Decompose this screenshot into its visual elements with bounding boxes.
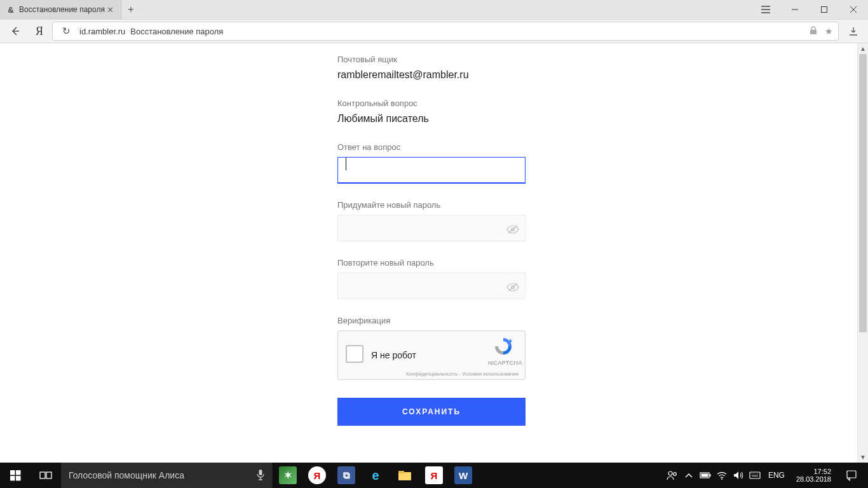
nav-back-button[interactable]	[4, 22, 27, 40]
mailbox-value: rambleremailtest@rambler.ru	[337, 69, 526, 81]
tray-notifications-icon[interactable]	[839, 470, 864, 481]
repeat-password-input[interactable]	[337, 273, 526, 299]
new-password-input[interactable]	[337, 215, 526, 241]
recaptcha-widget: Я не робот reCAPTCHA Конфиденциальность …	[337, 330, 526, 380]
password-recovery-form: Почтовый ящик rambleremailtest@rambler.r…	[337, 43, 526, 426]
search-placeholder: Голосовой помощник Алиса	[69, 470, 184, 480]
svg-rect-9	[40, 472, 45, 478]
security-question-value: Любимый писатель	[337, 113, 526, 125]
tray-clock[interactable]: 17:52 28.03.2018	[791, 468, 836, 483]
svg-point-15	[674, 473, 677, 476]
browser-menu-button[interactable]	[751, 0, 780, 19]
tab-favicon-icon: &	[6, 5, 15, 14]
svg-rect-18	[701, 474, 708, 477]
tab-title: Восстановление пароля	[19, 5, 105, 14]
bookmark-icon[interactable]: ★	[825, 26, 833, 36]
svg-rect-6	[16, 470, 21, 475]
new-password-label: Придумайте новый пароль	[337, 200, 526, 210]
svg-rect-20	[750, 472, 760, 478]
recaptcha-logo-icon: reCAPTCHA	[488, 336, 519, 366]
tray-keyboard-icon[interactable]	[748, 471, 762, 479]
svg-point-14	[668, 471, 672, 475]
vertical-scrollbar[interactable]: ▲ ▼	[857, 43, 868, 463]
recaptcha-text: Я не робот	[371, 350, 416, 360]
svg-rect-0	[822, 7, 827, 13]
svg-rect-7	[10, 476, 15, 481]
scroll-up-icon[interactable]: ▲	[858, 43, 868, 54]
downloads-button[interactable]	[843, 26, 864, 36]
svg-rect-11	[259, 470, 262, 475]
security-question-label: Контрольный вопрос	[337, 98, 526, 108]
taskbar-apps: ✶ Я ⧉ e Я W	[273, 463, 478, 488]
start-button[interactable]	[0, 463, 31, 488]
taskbar-app-yandex[interactable]: Я	[302, 466, 332, 484]
svg-rect-1	[810, 30, 817, 34]
scroll-down-icon[interactable]: ▼	[858, 452, 868, 463]
scroll-thumb[interactable]	[859, 54, 867, 332]
tray-volume-icon[interactable]	[731, 471, 745, 480]
window-maximize-button[interactable]	[810, 0, 839, 19]
address-domain: id.rambler.ru	[79, 27, 125, 36]
toggle-repeat-password-visibility-icon[interactable]	[506, 280, 519, 295]
tray-date: 28.03.2018	[796, 475, 831, 483]
address-input[interactable]: ↻ id.rambler.ru Восстановление пароля ★	[52, 22, 839, 41]
system-tray: ENG 17:52 28.03.2018	[665, 463, 868, 488]
yandex-home-button[interactable]: Я	[31, 25, 48, 38]
address-page-title: Восстановление пароля	[130, 27, 223, 36]
svg-rect-8	[16, 476, 21, 481]
save-button[interactable]: СОХРАНИТЬ	[337, 398, 526, 426]
answer-input[interactable]	[337, 157, 526, 184]
svg-rect-10	[46, 472, 51, 478]
mailbox-label: Почтовый ящик	[337, 55, 526, 64]
window-minimize-button[interactable]	[780, 0, 810, 19]
taskbar-app-1[interactable]: ✶	[273, 466, 302, 484]
windows-taskbar: Голосовой помощник Алиса ✶ Я ⧉ e Я W	[0, 463, 868, 488]
tab-close-icon[interactable]: ✕	[105, 5, 116, 15]
tray-battery-icon[interactable]	[698, 471, 712, 479]
microphone-icon[interactable]	[256, 469, 265, 482]
svg-point-19	[721, 478, 722, 480]
task-view-button[interactable]	[31, 463, 61, 488]
browser-titlebar: & Восстановление пароля ✕ +	[0, 0, 868, 19]
recaptcha-checkbox[interactable]	[346, 345, 363, 363]
tray-time: 17:52	[796, 468, 831, 475]
toggle-password-visibility-icon[interactable]	[506, 222, 519, 237]
verification-label: Верификация	[337, 316, 526, 325]
taskbar-app-word[interactable]: W	[449, 466, 478, 484]
tray-wifi-icon[interactable]	[715, 471, 729, 480]
recaptcha-brand: reCAPTCHA	[488, 360, 519, 366]
new-tab-button[interactable]: +	[121, 0, 140, 19]
answer-label: Ответ на вопрос	[337, 142, 526, 152]
taskbar-search[interactable]: Голосовой помощник Алиса	[61, 463, 273, 488]
tray-language[interactable]: ENG	[764, 471, 789, 480]
window-close-button[interactable]	[839, 0, 868, 19]
svg-rect-17	[709, 474, 710, 477]
recaptcha-fineprint: Конфиденциальность - Условия использован…	[406, 371, 519, 377]
browser-tab[interactable]: & Восстановление пароля ✕	[0, 0, 121, 19]
browser-address-bar: Я ↻ id.rambler.ru Восстановление пароля …	[0, 19, 868, 43]
tray-people-icon[interactable]	[665, 470, 679, 480]
svg-rect-13	[398, 471, 404, 473]
svg-rect-5	[10, 470, 15, 475]
tray-chevron-up-icon[interactable]	[682, 473, 696, 478]
site-security-icon[interactable]	[810, 26, 817, 37]
reload-icon[interactable]: ↻	[58, 25, 74, 37]
svg-marker-4	[510, 339, 512, 343]
taskbar-app-yandex2[interactable]: Я	[419, 466, 449, 484]
svg-rect-21	[847, 471, 856, 478]
taskbar-app-explorer[interactable]	[390, 466, 419, 484]
page-viewport: Почтовый ящик rambleremailtest@rambler.r…	[0, 43, 868, 463]
taskbar-app-manager[interactable]: ⧉	[332, 466, 361, 484]
taskbar-app-edge[interactable]: e	[361, 466, 390, 484]
repeat-password-label: Повторите новый пароль	[337, 258, 526, 268]
